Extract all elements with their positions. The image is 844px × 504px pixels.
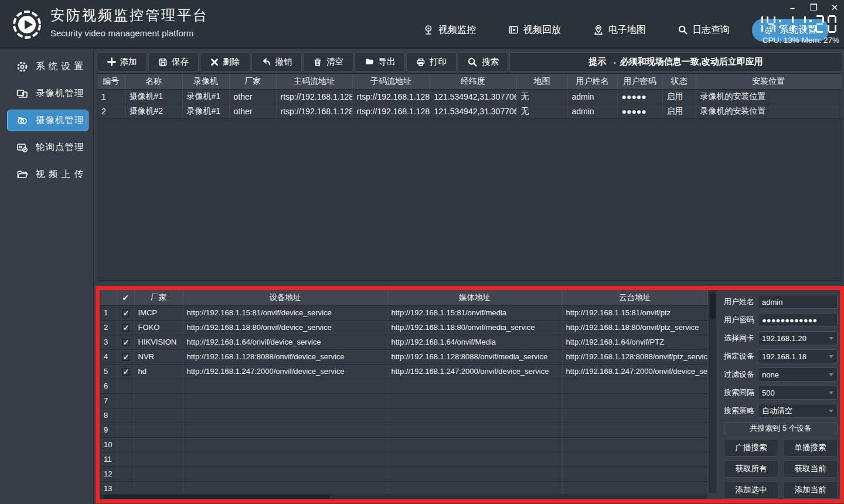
search-table-row[interactable]: 11 xyxy=(100,452,708,466)
select-all-header[interactable]: ✔ xyxy=(117,290,134,305)
ptz-cell[interactable] xyxy=(562,393,708,408)
row-checkbox-cell[interactable]: ✓ xyxy=(117,364,134,379)
camera-table-cell[interactable]: 121.534942,31.307706 xyxy=(430,89,516,104)
checkbox-checked[interactable]: ✓ xyxy=(122,339,130,346)
device-cell[interactable]: http://192.168.1.18:80/onvif/device_serv… xyxy=(183,320,387,335)
device-cell[interactable] xyxy=(183,379,387,393)
camera-table-cell[interactable]: rtsp://192.168.1.128:5 xyxy=(276,104,352,118)
camera-table-cell[interactable]: 录像机的安装位置 xyxy=(696,89,842,104)
vendor-cell[interactable] xyxy=(134,466,183,481)
sidebar-item-video-upload[interactable]: 视 频 上 传 xyxy=(7,164,89,185)
media-cell[interactable] xyxy=(387,466,562,481)
device-cell[interactable] xyxy=(183,452,387,466)
camera-table-cell[interactable]: 录像机的安装位置 xyxy=(696,104,842,118)
get-all-button[interactable]: 获取所有 xyxy=(724,460,778,478)
search-table-row[interactable]: 3✓HIKVISIONhttp://192.168.1.64/onvif/dev… xyxy=(100,335,708,349)
ptz-cell[interactable] xyxy=(562,408,708,423)
search-table-row[interactable]: 2✓FOKOhttp://192.168.1.18:80/onvif/devic… xyxy=(100,320,708,335)
vendor-cell[interactable]: HIKVISION xyxy=(134,335,183,349)
ptz-cell[interactable] xyxy=(562,379,708,393)
vendor-cell[interactable]: FOKO xyxy=(134,320,183,335)
unicast-search-button[interactable]: 单播搜索 xyxy=(783,439,838,457)
ptz-cell[interactable]: http://192.168.1.128:8088/onvif/ptz_serv… xyxy=(562,349,708,364)
device-cell[interactable] xyxy=(183,393,387,408)
search-table-row[interactable]: 10 xyxy=(100,437,708,452)
device-cell[interactable]: http://192.168.1.247:2000/onvif/device_s… xyxy=(183,364,387,379)
camera-table-cell[interactable]: ●●●●● xyxy=(617,104,662,118)
nav-item-e-map[interactable]: 电子地图 xyxy=(583,19,655,41)
media-cell[interactable]: http://192.168.1.128:8088/onvif/media_se… xyxy=(387,349,562,364)
nav-item-log-query[interactable]: 日志查询 xyxy=(668,19,739,41)
row-checkbox-cell[interactable] xyxy=(117,481,134,493)
row-checkbox-cell[interactable]: ✓ xyxy=(117,335,134,349)
camera-table-cell[interactable]: 无 xyxy=(516,89,567,104)
checkbox-checked[interactable]: ✓ xyxy=(122,353,130,361)
camera-table-cell[interactable]: 录像机#1 xyxy=(182,104,229,118)
device-cell[interactable]: http://192.168.1.64/onvif/device_service xyxy=(183,335,387,349)
vendor-cell[interactable] xyxy=(134,393,183,408)
row-checkbox-cell[interactable] xyxy=(117,437,134,452)
media-cell[interactable]: http://192.168.1.15:81/onvif/media xyxy=(387,305,562,320)
row-checkbox-cell[interactable] xyxy=(117,423,134,437)
search-table-row[interactable]: 8 xyxy=(100,408,708,423)
nic-select[interactable]: 192.168.1.20 xyxy=(758,331,838,345)
vendor-cell[interactable] xyxy=(134,481,183,493)
vendor-cell[interactable] xyxy=(134,423,183,437)
ptz-cell[interactable]: http://192.168.1.18:80/onvif/ptz_service xyxy=(562,320,708,335)
camera-table-cell[interactable]: 1 xyxy=(97,89,125,104)
row-checkbox-cell[interactable]: ✓ xyxy=(117,320,134,335)
row-checkbox-cell[interactable]: ✓ xyxy=(117,349,134,364)
add-selected-button[interactable]: 添加选中 xyxy=(724,481,778,499)
ptz-cell[interactable] xyxy=(562,437,708,452)
row-checkbox-cell[interactable] xyxy=(117,452,134,466)
clear-button[interactable]: 清空 xyxy=(303,52,353,71)
camera-table-cell[interactable]: 录像机#1 xyxy=(182,89,229,104)
ptz-cell[interactable]: http://192.168.1.64/onvif/PTZ xyxy=(562,335,708,349)
sidebar-item-system-settings[interactable]: 系 统 设 置 xyxy=(7,56,89,77)
camera-table-cell[interactable]: rtsp://192.168.1.128:5 xyxy=(352,89,430,104)
device-cell[interactable] xyxy=(183,423,387,437)
checkbox-checked[interactable]: ✓ xyxy=(122,309,130,317)
camera-table-row[interactable]: 1摄像机#1录像机#1otherrtsp://192.168.1.128:5rt… xyxy=(97,89,842,104)
vendor-cell[interactable]: hd xyxy=(134,364,183,379)
media-cell[interactable] xyxy=(387,481,562,493)
camera-table-cell[interactable]: admin xyxy=(567,104,617,118)
horizontal-scrollbar-thumb[interactable] xyxy=(104,495,329,499)
broadcast-search-button[interactable]: 广播搜索 xyxy=(724,439,778,457)
camera-table-cell[interactable]: 摄像机#2 xyxy=(125,104,182,118)
ptz-cell[interactable]: http://192.168.1.15:81/onvif/ptz xyxy=(562,305,708,320)
ptz-cell[interactable] xyxy=(562,452,708,466)
search-table-row[interactable]: 12 xyxy=(100,466,708,481)
get-current-button[interactable]: 获取当前 xyxy=(783,460,838,478)
ptz-cell[interactable] xyxy=(562,423,708,437)
search-table-row[interactable]: 4✓NVRhttp://192.168.1.128:8088/onvif/dev… xyxy=(100,349,708,364)
row-checkbox-cell[interactable]: ✓ xyxy=(117,305,134,320)
search-table-row[interactable]: 7 xyxy=(100,393,708,408)
restore-button[interactable]: ❐ xyxy=(808,2,819,13)
ptz-cell[interactable] xyxy=(562,481,708,493)
camera-table-cell[interactable]: 启用 xyxy=(662,104,696,118)
add-current-button[interactable]: 添加当前 xyxy=(783,481,838,499)
row-checkbox-cell[interactable] xyxy=(117,466,134,481)
device-cell[interactable] xyxy=(183,466,387,481)
vertical-scrollbar[interactable] xyxy=(708,290,717,493)
media-cell[interactable] xyxy=(387,423,562,437)
nav-item-video-monitor[interactable]: 视频监控 xyxy=(413,19,485,41)
username-input[interactable] xyxy=(758,295,838,309)
camera-table-cell[interactable]: ●●●●● xyxy=(617,89,662,104)
vendor-cell[interactable] xyxy=(134,408,183,423)
camera-table-cell[interactable]: other xyxy=(229,104,276,118)
device-select[interactable]: 192.168.1.18 xyxy=(758,349,838,363)
strategy-select[interactable]: 自动清空 xyxy=(758,404,838,418)
delete-button[interactable]: 删除 xyxy=(200,52,250,71)
search-button[interactable]: 搜索 xyxy=(458,52,508,71)
device-cell[interactable]: http://192.168.1.128:8088/onvif/device_s… xyxy=(183,349,387,364)
vendor-cell[interactable]: NVR xyxy=(134,349,183,364)
row-checkbox-cell[interactable] xyxy=(117,393,134,408)
vendor-cell[interactable] xyxy=(134,379,183,393)
device-cell[interactable] xyxy=(183,481,387,493)
filter-select[interactable]: none xyxy=(758,367,838,382)
horizontal-scrollbar[interactable] xyxy=(100,493,708,499)
search-table-row[interactable]: 9 xyxy=(100,423,708,437)
media-cell[interactable] xyxy=(387,452,562,466)
